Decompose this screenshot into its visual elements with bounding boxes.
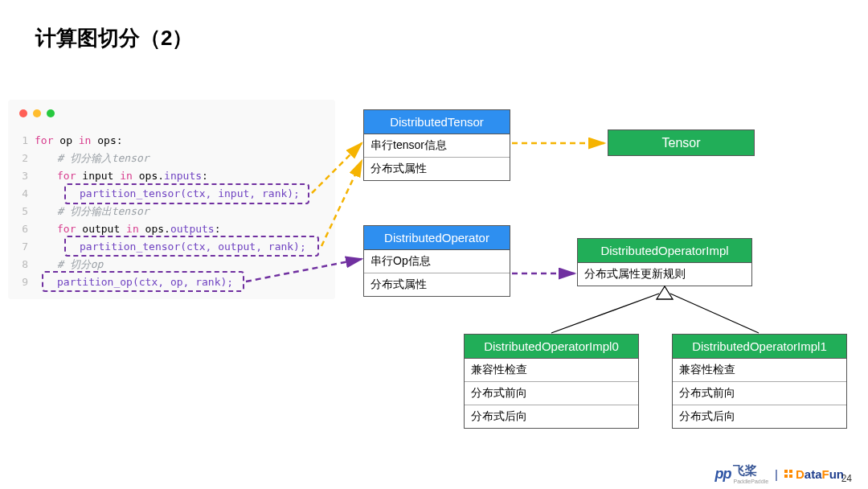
box-row: 串行Op信息 <box>364 250 510 273</box>
code-body: 1for op in ops: 2# 切分输入tensor 3for input… <box>12 132 327 291</box>
box-header: DistributedOperatorImpl <box>578 239 751 262</box>
box-row: 分布式属性 <box>364 157 510 180</box>
close-icon <box>19 109 27 117</box>
paddle-logo: pp 飞桨 PaddlePaddle <box>714 463 768 484</box>
box-row: 串行tensor信息 <box>364 134 510 157</box>
separator: | <box>775 467 778 481</box>
box-row: 分布式属性更新规则 <box>578 263 751 286</box>
slide: { "title": "计算图切分（2）", "code": { "l1_for… <box>0 0 868 489</box>
box-header: DistributedOperatorImpl1 <box>673 335 846 358</box>
dots-icon <box>784 470 794 479</box>
minimize-icon <box>33 109 41 117</box>
generalization-arrowhead <box>657 286 673 299</box>
box-row: 分布式前向 <box>673 381 846 405</box>
footer-logos: pp 飞桨 PaddlePaddle | DataFun <box>714 463 844 484</box>
box-header: DistributedOperator <box>364 226 510 249</box>
box-impl0: DistributedOperatorImpl0 兼容性检查 分布式前向 分布式… <box>464 334 639 429</box>
slide-number: 24 <box>841 473 852 484</box>
box-row: 兼容性检查 <box>465 359 638 381</box>
box-distributed-operator: DistributedOperator 串行Op信息 分布式属性 <box>363 225 510 297</box>
paddle-icon: pp <box>714 466 731 483</box>
arrow-impl0-to-impl <box>551 294 659 333</box>
box-tensor: Tensor <box>608 129 755 156</box>
box-row: 分布式前向 <box>465 381 638 405</box>
box-header: DistributedTensor <box>364 110 510 134</box>
arrow-impl1-to-impl <box>670 294 759 333</box>
zoom-icon <box>47 109 55 117</box>
box-distributed-operator-impl: DistributedOperatorImpl 分布式属性更新规则 <box>577 238 752 286</box>
datafun-logo: DataFun <box>784 467 844 481</box>
box-row: 兼容性检查 <box>673 359 846 381</box>
box-header: DistributedOperatorImpl0 <box>465 335 638 358</box>
box-row: 分布式后向 <box>465 405 638 428</box>
box-impl1: DistributedOperatorImpl1 兼容性检查 分布式前向 分布式… <box>672 334 847 429</box>
window-controls <box>19 109 55 117</box>
box-row: 分布式后向 <box>673 405 846 428</box>
code-panel: 1for op in ops: 2# 切分输入tensor 3for input… <box>8 100 335 299</box>
box-distributed-tensor: DistributedTensor 串行tensor信息 分布式属性 <box>363 109 510 181</box>
box-row: 分布式属性 <box>364 273 510 296</box>
slide-title: 计算图切分（2） <box>35 24 193 52</box>
